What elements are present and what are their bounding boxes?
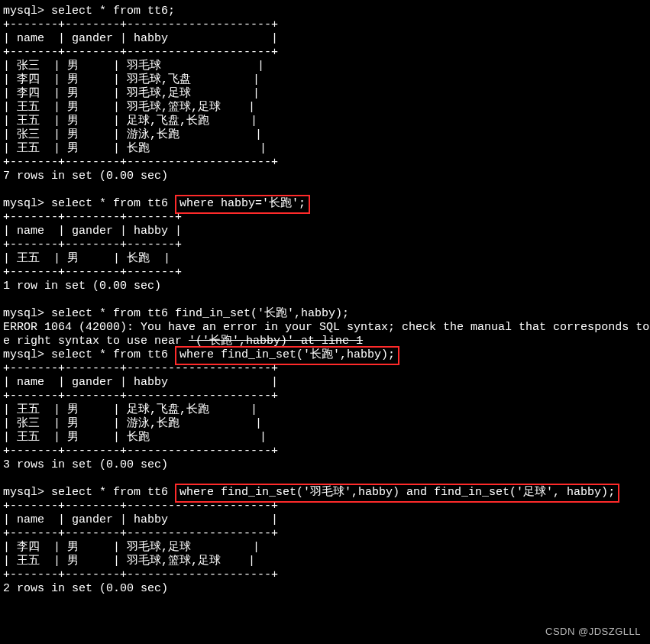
table-row: | 王五 | 男 | 长跑 | (3, 252, 170, 265)
table-border: +-------+--------+---------------------+ (3, 46, 278, 59)
table-row: | 王五 | 男 | 长跑 | (3, 431, 267, 444)
table-row: | 张三 | 男 | 游泳,长跑 | (3, 128, 262, 141)
table-header: | name | gander | habby | (3, 513, 278, 526)
table-border: +-------+--------+---------------------+ (3, 445, 278, 458)
result-footer: 2 rows in set (0.00 sec) (3, 582, 168, 595)
mysql-prompt: mysql> (3, 307, 51, 320)
table-border: +-------+--------+---------------------+ (3, 527, 278, 540)
table-header: | name | gander | habby | (3, 32, 278, 45)
error-message-line1: ERROR 1064 (42000): You have an error in… (3, 321, 649, 334)
terminal-output: mysql> select * from tt6;+-------+------… (0, 0, 650, 644)
table-row: | 王五 | 男 | 足球,飞盘,长跑 | (3, 115, 257, 128)
sql-query-2-pre: select * from tt6 (51, 197, 175, 210)
mysql-prompt: mysql> (3, 197, 51, 210)
table-header: | name | gander | habby | (3, 225, 182, 238)
table-border: +-------+--------+---------------------+ (3, 500, 278, 513)
table-row: | 李四 | 男 | 羽毛球,足球 | (3, 87, 260, 100)
mysql-prompt: mysql> (3, 5, 51, 18)
table-border: +-------+--------+---------------------+ (3, 568, 278, 581)
watermark: CSDN @JDSZGLLL (545, 626, 641, 638)
table-border: +-------+--------+---------------------+ (3, 156, 278, 169)
table-row: | 王五 | 男 | 羽毛球,篮球,足球 | (3, 555, 255, 568)
result-footer: 7 rows in set (0.00 sec) (3, 170, 168, 183)
table-border: +-------+--------+-------+ (3, 238, 182, 251)
highlight-where-1: where habby='长跑'; (175, 195, 310, 214)
table-row: | 张三 | 男 | 游泳,长跑 | (3, 417, 262, 430)
table-row: | 王五 | 男 | 羽毛球,篮球,足球 | (3, 101, 255, 114)
table-row: | 李四 | 男 | 羽毛球,飞盘 | (3, 73, 260, 86)
table-border: +-------+--------+---------------------+ (3, 390, 278, 403)
sql-query-3: select * from tt6 find_in_set('长跑',habby… (51, 307, 349, 320)
sql-query-1: select * from tt6; (51, 5, 175, 18)
table-border: +-------+--------+---------------------+ (3, 362, 278, 375)
table-row: | 张三 | 男 | 羽毛球 | (3, 60, 264, 73)
sql-query-5-pre: select * from tt6 (51, 486, 175, 499)
table-header: | name | gander | habby | (3, 376, 278, 389)
result-footer: 1 row in set (0.00 sec) (3, 280, 161, 293)
mysql-prompt: mysql> (3, 486, 51, 499)
table-border: +-------+--------+-------+ (3, 211, 182, 224)
result-footer: 3 rows in set (0.00 sec) (3, 458, 168, 471)
mysql-prompt: mysql> (3, 348, 51, 361)
sql-query-4-pre: select * from tt6 (51, 348, 175, 361)
table-row: | 王五 | 男 | 长跑 | (3, 142, 267, 155)
table-row: | 王五 | 男 | 足球,飞盘,长跑 | (3, 403, 257, 416)
table-border: +-------+--------+-------+ (3, 266, 182, 279)
table-row: | 李四 | 男 | 羽毛球,足球 | (3, 541, 260, 554)
table-border: +-------+--------+---------------------+ (3, 18, 278, 31)
